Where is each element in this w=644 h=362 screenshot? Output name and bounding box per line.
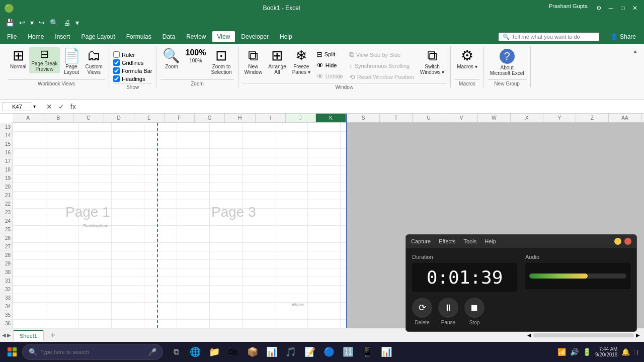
- cell-26-8[interactable]: [275, 234, 307, 242]
- cell-23-7[interactable]: [242, 208, 275, 217]
- cell-34-2[interactable]: [78, 302, 111, 311]
- cell-34-4[interactable]: [144, 302, 177, 311]
- cell-20-10[interactable]: [340, 183, 346, 191]
- zoom-100-button[interactable]: 100% 100%: [183, 47, 208, 65]
- cell-30-0[interactable]: [13, 268, 46, 277]
- cell-15-6[interactable]: [209, 140, 242, 148]
- cell-17-2[interactable]: [78, 157, 111, 165]
- cell-24-0[interactable]: [13, 217, 46, 225]
- menu-data[interactable]: Data: [157, 31, 180, 42]
- cell-26-5[interactable]: [177, 234, 209, 242]
- cell-20-3[interactable]: [111, 183, 144, 191]
- cell-23-1[interactable]: [46, 208, 78, 217]
- cell-31-10[interactable]: [340, 277, 346, 285]
- menu-view[interactable]: View: [212, 31, 235, 42]
- cell-21-4[interactable]: [144, 191, 177, 200]
- cell-13-7[interactable]: [242, 123, 275, 131]
- cell-13-6[interactable]: [209, 123, 242, 131]
- zoom-selection-button[interactable]: ⊡ Zoom toSelection: [209, 47, 233, 76]
- cell-22-9[interactable]: [307, 200, 340, 208]
- cell-27-6[interactable]: [209, 242, 242, 251]
- cell-25-7[interactable]: [242, 225, 275, 234]
- menu-review[interactable]: Review: [181, 31, 211, 42]
- cell-24-6[interactable]: [209, 217, 242, 225]
- cell-33-5[interactable]: [177, 294, 209, 302]
- cell-21-3[interactable]: [111, 191, 144, 200]
- cell-18-9[interactable]: [307, 165, 340, 174]
- taskbar-mic-icon[interactable]: 🎤: [148, 348, 156, 356]
- cell-28-3[interactable]: [111, 251, 144, 259]
- cell-24-9[interactable]: [307, 217, 340, 225]
- show-desktop-button[interactable]: |: [634, 349, 638, 355]
- word-button[interactable]: 📝: [301, 343, 319, 361]
- cell-20-7[interactable]: [242, 183, 275, 191]
- cell-34-6[interactable]: [209, 302, 242, 311]
- cell-18-1[interactable]: [46, 165, 78, 174]
- cell-30-4[interactable]: [144, 268, 177, 277]
- about-button[interactable]: ? AboutMicrosoft Excel: [488, 47, 526, 77]
- store-button[interactable]: 🛍: [224, 343, 243, 361]
- cell-28-4[interactable]: [144, 251, 177, 259]
- recording-minimize-button[interactable]: ─: [614, 238, 621, 245]
- cell-32-2[interactable]: [78, 285, 111, 294]
- cell-32-4[interactable]: [144, 285, 177, 294]
- cell-33-0[interactable]: [13, 294, 46, 302]
- cell-20-8[interactable]: [275, 183, 307, 191]
- search-qa-button[interactable]: 🔍: [48, 18, 60, 28]
- cell-20-2[interactable]: [78, 183, 111, 191]
- more-qa-button[interactable]: ▾: [74, 18, 80, 28]
- cell-33-9[interactable]: [307, 294, 340, 302]
- cell-14-6[interactable]: [209, 131, 242, 140]
- cell-14-5[interactable]: [177, 131, 209, 140]
- cell-20-4[interactable]: [144, 183, 177, 191]
- cell-32-9[interactable]: [307, 285, 340, 294]
- cell-17-6[interactable]: [209, 157, 242, 165]
- cell-30-10[interactable]: [340, 268, 346, 277]
- cell-23-10[interactable]: [340, 208, 346, 217]
- cell-25-2[interactable]: [78, 225, 111, 234]
- menu-file[interactable]: File: [2, 31, 22, 42]
- cell-23-9[interactable]: [307, 208, 340, 217]
- cell-17-9[interactable]: [307, 157, 340, 165]
- chrome-button[interactable]: 🔵: [320, 343, 338, 361]
- confirm-formula-button[interactable]: ✓: [56, 102, 66, 112]
- cell-13-1[interactable]: [46, 123, 78, 131]
- cell-24-1[interactable]: [46, 217, 78, 225]
- cell-18-5[interactable]: [177, 165, 209, 174]
- cell-21-9[interactable]: [307, 191, 340, 200]
- cell-24-3[interactable]: [111, 217, 144, 225]
- cell-29-10[interactable]: [340, 259, 346, 268]
- cell-34-7[interactable]: [242, 302, 275, 311]
- cell-15-7[interactable]: [242, 140, 275, 148]
- cell-13-3[interactable]: [111, 123, 144, 131]
- cell-32-1[interactable]: [46, 285, 78, 294]
- cell-35-9[interactable]: [307, 311, 340, 319]
- cell-15-5[interactable]: [177, 140, 209, 148]
- cell-26-10[interactable]: [340, 234, 346, 242]
- new-window-button[interactable]: ⧉ NewWindow: [243, 47, 265, 76]
- page-break-preview-button[interactable]: ⊟ Page BreakPreview: [29, 47, 59, 73]
- cell-20-6[interactable]: [209, 183, 242, 191]
- print-button[interactable]: 🖨: [62, 18, 72, 28]
- cell-36-4[interactable]: [144, 319, 177, 328]
- cell-36-6[interactable]: [209, 319, 242, 328]
- cell-35-8[interactable]: [275, 311, 307, 319]
- pause-button[interactable]: ⏸ Pause: [438, 298, 458, 325]
- cell-26-9[interactable]: [307, 234, 340, 242]
- cell-25-0[interactable]: [13, 225, 46, 234]
- cancel-formula-button[interactable]: ✕: [44, 102, 54, 112]
- cell-32-6[interactable]: [209, 285, 242, 294]
- grid-body[interactable]: [13, 123, 346, 328]
- cell-14-3[interactable]: [111, 131, 144, 140]
- settings-icon[interactable]: ⚙: [594, 3, 604, 13]
- cell-20-9[interactable]: [307, 183, 340, 191]
- cell-36-2[interactable]: [78, 319, 111, 328]
- cell-17-1[interactable]: [46, 157, 78, 165]
- cell-31-3[interactable]: [111, 277, 144, 285]
- cell-18-8[interactable]: [275, 165, 307, 174]
- cell-27-0[interactable]: [13, 242, 46, 251]
- cell-36-7[interactable]: [242, 319, 275, 328]
- cell-27-10[interactable]: [340, 242, 346, 251]
- cell-20-0[interactable]: [13, 183, 46, 191]
- cell-16-10[interactable]: [340, 148, 346, 157]
